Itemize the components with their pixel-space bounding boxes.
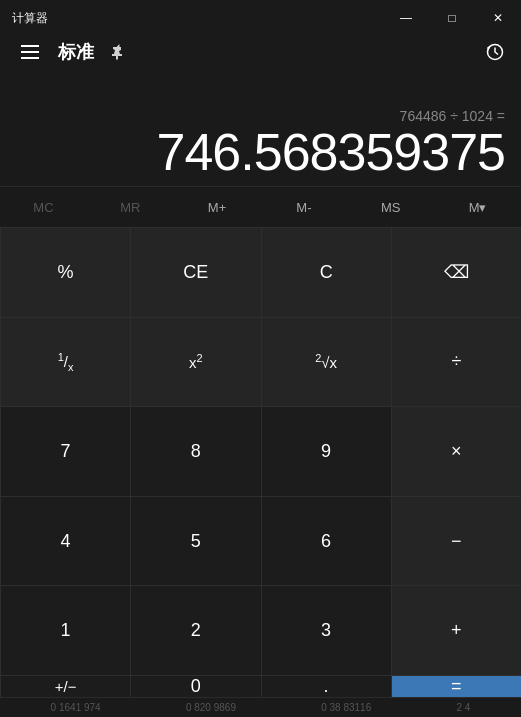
backspace-button[interactable]: ⌫ (391, 227, 521, 317)
mode-title: 标准 (58, 40, 94, 64)
multiply-button[interactable]: × (391, 406, 521, 496)
percent-button[interactable]: % (0, 227, 130, 317)
negate-button[interactable]: +/− (0, 675, 130, 697)
two-button[interactable]: 2 (130, 585, 260, 675)
status-item-2: 0 820 9869 (186, 702, 236, 713)
mminus-button[interactable]: M- (261, 187, 348, 227)
hamburger-icon (21, 57, 39, 59)
ce-button[interactable]: CE (130, 227, 260, 317)
square-button[interactable]: x2 (130, 317, 260, 407)
inverse-label: 1/x (58, 351, 74, 373)
title-bar-left: 计算器 (12, 10, 48, 27)
hamburger-button[interactable] (12, 34, 48, 70)
status-text: 0 1641 974 0 820 9869 0 38 83116 2 4 (8, 702, 513, 713)
one-button[interactable]: 1 (0, 585, 130, 675)
subtract-button[interactable]: − (391, 496, 521, 586)
history-button[interactable] (477, 34, 513, 70)
history-icon (486, 43, 504, 61)
nine-button[interactable]: 9 (261, 406, 391, 496)
square-label: x2 (189, 352, 203, 371)
mr-button[interactable]: MR (87, 187, 174, 227)
memory-row: MC MR M+ M- MS M▾ (0, 186, 521, 227)
eight-button[interactable]: 8 (130, 406, 260, 496)
inverse-button[interactable]: 1/x (0, 317, 130, 407)
mplus-button[interactable]: M+ (174, 187, 261, 227)
sqrt-button[interactable]: 2√x (261, 317, 391, 407)
seven-button[interactable]: 7 (0, 406, 130, 496)
hamburger-icon (21, 45, 39, 47)
minimize-button[interactable]: — (383, 2, 429, 34)
mlist-button[interactable]: M▾ (434, 187, 521, 227)
four-button[interactable]: 4 (0, 496, 130, 586)
add-button[interactable]: + (391, 585, 521, 675)
equals-button[interactable]: = (391, 675, 521, 697)
pin-icon (110, 44, 126, 60)
divide-button[interactable]: ÷ (391, 317, 521, 407)
zero-button[interactable]: 0 (130, 675, 260, 697)
mc-button[interactable]: MC (0, 187, 87, 227)
c-button[interactable]: C (261, 227, 391, 317)
pin-button[interactable] (102, 36, 134, 68)
decimal-button[interactable]: . (261, 675, 391, 697)
status-item-4: 2 4 (456, 702, 470, 713)
hamburger-icon (21, 51, 39, 53)
ms-button[interactable]: MS (347, 187, 434, 227)
sqrt-label: 2√x (315, 352, 337, 371)
title-bar: 计算器 — □ ✕ (0, 0, 521, 32)
app-title: 计算器 (12, 10, 48, 27)
close-button[interactable]: ✕ (475, 2, 521, 34)
header-row: 标准 (0, 32, 521, 76)
display-area: 764486 ÷ 1024 = 746.568359375 (0, 76, 521, 186)
three-button[interactable]: 3 (261, 585, 391, 675)
status-item-3: 0 38 83116 (321, 702, 371, 713)
button-grid: % CE C ⌫ 1/x x2 2√x ÷ 7 8 9 × 4 5 6 − 1 … (0, 227, 521, 697)
status-item-1: 0 1641 974 (51, 702, 101, 713)
expression-display: 764486 ÷ 1024 = (400, 108, 505, 124)
main-display: 746.568359375 (157, 126, 506, 178)
maximize-button[interactable]: □ (429, 2, 475, 34)
six-button[interactable]: 6 (261, 496, 391, 586)
title-bar-controls: — □ ✕ (383, 2, 521, 34)
five-button[interactable]: 5 (130, 496, 260, 586)
status-bar: 0 1641 974 0 820 9869 0 38 83116 2 4 (0, 697, 521, 717)
